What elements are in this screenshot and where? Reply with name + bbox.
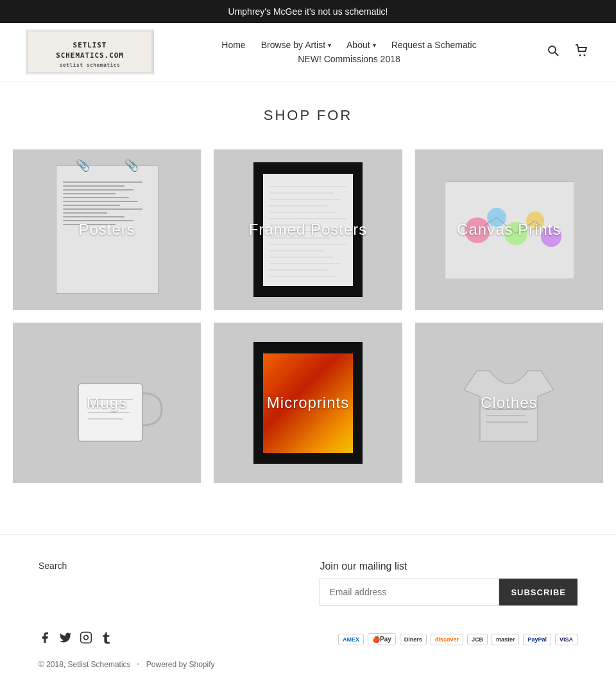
microprints-label: Microprints [267, 394, 349, 412]
grid-item-mugs[interactable]: Mugs [13, 323, 201, 483]
logo-wrap: SETLIST SCHEMATICS.COM setlist schematic… [26, 30, 154, 74]
grid-item-posters[interactable]: Posters [13, 149, 201, 310]
announcement-bar: Umphrey's McGee it's not us schematic! [0, 0, 616, 23]
svg-point-5 [549, 46, 556, 53]
social-icons [38, 631, 113, 647]
search-button[interactable] [544, 42, 562, 63]
main-nav: Home Browse by Artist ▾ About ▾ Request … [221, 40, 476, 64]
grid-item-canvas-prints[interactable]: Canvas Prints [415, 149, 603, 310]
nav-top-row: Home Browse by Artist ▾ About ▾ Request … [221, 40, 476, 50]
browse-dropdown-icon: ▾ [328, 42, 331, 49]
main-content: SHOP FOR [0, 81, 616, 509]
svg-point-7 [579, 54, 581, 56]
twitter-link[interactable] [59, 631, 72, 647]
svg-text:SETLIST: SETLIST [73, 41, 107, 49]
payment-diners: Diners [400, 634, 427, 645]
grid-item-framed-posters[interactable]: Framed Posters [214, 149, 402, 310]
payment-jcb: JCB [467, 634, 488, 645]
svg-text:SCHEMATICS.COM: SCHEMATICS.COM [56, 51, 124, 60]
svg-rect-45 [81, 632, 92, 643]
clothes-overlay: Clothes [415, 323, 603, 483]
payment-apple-pay: 🍎Pay [368, 633, 396, 645]
framed-posters-label: Framed Posters [249, 221, 368, 239]
product-grid: Posters [13, 149, 603, 483]
mugs-label: Mugs [87, 394, 127, 412]
grid-item-microprints[interactable]: Microprints [214, 323, 402, 483]
posters-label: Posters [78, 221, 135, 239]
email-input[interactable] [320, 579, 499, 606]
poster-overlay: Posters [13, 149, 201, 310]
payment-paypal: PayPal [523, 634, 551, 645]
subscribe-button[interactable]: SUBSCRIBE [499, 579, 578, 606]
svg-point-8 [584, 54, 586, 56]
site-header: SETLIST SCHEMATICS.COM setlist schematic… [0, 23, 616, 81]
payment-amex: AMEX [338, 634, 364, 645]
facebook-link[interactable] [38, 631, 51, 647]
svg-line-6 [555, 53, 558, 56]
tumblr-link[interactable] [100, 631, 113, 647]
payment-master: master [492, 634, 520, 645]
mugs-overlay: Mugs [13, 323, 201, 483]
nav-commissions[interactable]: NEW! Commissions 2018 [298, 54, 400, 64]
footer-top: Search Join our mailing list SUBSCRIBE [38, 561, 578, 606]
legal-separator: • [137, 660, 140, 669]
nav-request[interactable]: Request a Schematic [391, 40, 477, 50]
footer-legal: © 2018, Setlist Schematics • Powered by … [38, 660, 578, 669]
about-dropdown-icon: ▾ [373, 42, 376, 49]
header-icons [544, 42, 590, 63]
payment-icons: AMEX 🍎Pay Diners discover JCB master Pay… [338, 633, 578, 645]
powered-by-link[interactable]: Powered by Shopify [146, 660, 215, 669]
logo[interactable]: SETLIST SCHEMATICS.COM setlist schematic… [26, 30, 154, 74]
copyright-text: © 2018, Setlist Schematics [38, 660, 131, 669]
footer-left: Search [38, 561, 67, 571]
mailing-form: SUBSCRIBE [320, 579, 578, 606]
canvas-overlay: Canvas Prints [415, 149, 603, 310]
canvas-prints-label: Canvas Prints [457, 221, 561, 239]
mailing-section: Join our mailing list SUBSCRIBE [320, 561, 578, 606]
cart-button[interactable] [572, 42, 590, 63]
nav-home[interactable]: Home [221, 40, 245, 50]
nav-browse-by-artist[interactable]: Browse by Artist ▾ [261, 40, 331, 50]
micro-overlay: Microprints [214, 323, 402, 483]
svg-text:setlist schematics: setlist schematics [60, 62, 121, 68]
nav-about[interactable]: About ▾ [346, 40, 376, 50]
announcement-text: Umphrey's McGee it's not us schematic! [228, 6, 388, 17]
mailing-heading: Join our mailing list [320, 561, 578, 572]
nav-bottom-row: NEW! Commissions 2018 [298, 54, 400, 64]
footer-bottom: AMEX 🍎Pay Diners discover JCB master Pay… [38, 631, 578, 647]
instagram-link[interactable] [80, 631, 92, 647]
grid-item-clothes[interactable]: Clothes [415, 323, 603, 483]
shop-heading: SHOP FOR [13, 107, 603, 124]
payment-discover: discover [431, 634, 463, 645]
payment-visa: VISA [555, 634, 578, 645]
footer-search-link[interactable]: Search [38, 561, 67, 571]
framed-overlay: Framed Posters [214, 149, 402, 310]
site-footer: Search Join our mailing list SUBSCRIBE [0, 534, 616, 678]
clothes-label: Clothes [481, 394, 537, 412]
